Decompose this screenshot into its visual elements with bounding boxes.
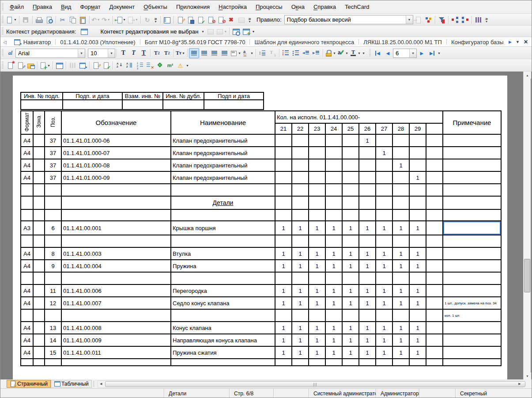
qty-cell[interactable] [426, 247, 443, 260]
zone-cell[interactable] [33, 284, 45, 297]
qty-cell[interactable]: 1 [359, 221, 376, 235]
pos-cell[interactable]: 37 [45, 147, 61, 159]
chevron-down-icon[interactable]: ▾ [108, 49, 115, 57]
tab-Навигатор[interactable]: Навигатор [9, 38, 55, 45]
designation-cell[interactable]: 01.1.41.00.006 [61, 284, 171, 297]
menu-item-Формат[interactable]: Формат [75, 0, 105, 14]
qty-cell[interactable]: 1 [359, 346, 376, 359]
qty-cell[interactable] [392, 196, 409, 209]
inventory-cell[interactable] [122, 100, 163, 110]
chevron-down-icon[interactable]: ▾ [78, 49, 85, 57]
pos-cell[interactable]: 9 [45, 260, 61, 272]
qty-cell[interactable] [359, 184, 376, 196]
qty-cell[interactable] [392, 184, 409, 196]
bold-button[interactable]: T [118, 48, 128, 58]
qty-cell[interactable]: 1 [392, 247, 409, 260]
designation-cell[interactable]: 01.1.41.01.000-09 [61, 171, 171, 184]
qty-cell[interactable]: 1 [392, 297, 409, 309]
menu-item-Файл[interactable]: Файл [5, 0, 28, 14]
new-document-button[interactable]: ▾ [5, 15, 18, 25]
qty-cell[interactable] [342, 171, 359, 184]
last-page-button[interactable]: ▶ [427, 48, 437, 58]
numbered-list-button[interactable] [281, 48, 291, 58]
toolbar-overflow-button[interactable]: »▾ [246, 17, 253, 23]
qty-cell[interactable]: 1 [359, 260, 376, 272]
open-in-window-button[interactable] [78, 61, 88, 71]
qty-cell[interactable]: 1 [376, 221, 392, 235]
pos-cell[interactable] [45, 235, 61, 247]
qty-cell[interactable] [426, 359, 443, 366]
designation-cell[interactable]: 01.1.41.00.008 [61, 322, 171, 334]
toolbar-overflow-button[interactable]: »▾ [152, 17, 159, 23]
qty-cell[interactable] [392, 235, 409, 247]
qty-cell[interactable] [359, 171, 376, 184]
tab-scroll-right-icon[interactable]: ▶ [509, 40, 512, 44]
pos-cell[interactable] [45, 209, 61, 221]
page-number-select[interactable]: 6 ▾ [393, 49, 417, 58]
chevron-down-icon[interactable]: ▾ [409, 49, 416, 57]
qty-cell[interactable] [292, 159, 309, 171]
qty-cell[interactable]: 1 [309, 260, 325, 272]
qty-cell[interactable] [309, 209, 325, 221]
qty-cell[interactable]: 1 [376, 260, 392, 272]
qty-cell[interactable]: 1 [376, 334, 392, 346]
qty-cell[interactable]: 1 [409, 346, 426, 359]
name-cell[interactable]: Клапан предохранительный [171, 147, 275, 159]
edit-row-button[interactable] [91, 61, 101, 71]
qty-cell[interactable] [426, 134, 443, 147]
qty-cell[interactable] [409, 359, 426, 366]
qty-cell[interactable]: 1 [275, 221, 292, 235]
format-cell[interactable] [21, 359, 33, 366]
note-cell[interactable] [443, 184, 501, 196]
qty-cell[interactable] [292, 134, 309, 147]
qty-cell[interactable]: 1 [359, 134, 376, 147]
tab-Болт М10-8g*35.56.019 ГОСТ 7798-70[interactable]: Болт М10-8g*35.56.019 ГОСТ 7798-70 [140, 39, 250, 45]
zone-cell[interactable] [33, 235, 45, 247]
designation-cell[interactable]: 01.1.41.00.009 [61, 334, 171, 346]
tab-01.1.41.02.003 (Уплотнение)[interactable]: 01.1.41.02.003 (Уплотнение) [56, 39, 140, 45]
cut-button[interactable]: ✂ [57, 15, 68, 25]
zone-cell[interactable] [33, 221, 45, 235]
designation-cell[interactable] [61, 235, 171, 247]
menu-item-Объекты[interactable]: Объекты [139, 0, 172, 14]
tab-Конфигуратор базы данных[interactable]: Конфигуратор базы данных [447, 39, 505, 45]
qty-cell[interactable] [426, 147, 443, 159]
zone-cell[interactable] [33, 209, 45, 221]
designation-cell[interactable] [61, 196, 171, 209]
designation-cell[interactable] [61, 272, 171, 284]
qty-cell[interactable] [292, 209, 309, 221]
qty-cell[interactable] [392, 309, 409, 322]
qty-cell[interactable] [392, 272, 409, 284]
decrease-indent-button[interactable] [301, 48, 311, 58]
qty-cell[interactable]: 1 [309, 322, 325, 334]
menu-item-Окна[interactable]: Окна [287, 0, 309, 14]
approve-document-button[interactable] [196, 15, 206, 25]
pos-cell[interactable] [45, 196, 61, 209]
qty-cell[interactable] [426, 272, 443, 284]
note-cell[interactable] [443, 159, 501, 171]
vertical-scrollbar[interactable]: ▲ ▼ [523, 72, 531, 379]
qty-cell[interactable] [325, 196, 342, 209]
qty-cell[interactable] [275, 235, 292, 247]
save-version-button[interactable] [185, 15, 196, 25]
qty-cell[interactable]: 1 [325, 221, 342, 235]
qty-cell[interactable] [409, 196, 426, 209]
qty-cell[interactable] [275, 272, 292, 284]
qty-cell[interactable] [309, 184, 325, 196]
inventory-cell[interactable] [163, 100, 204, 110]
designation-cell[interactable] [61, 359, 171, 366]
view-tab-page[interactable]: Страничный [7, 380, 51, 388]
qty-cell[interactable]: 1 [342, 247, 359, 260]
qty-cell[interactable] [376, 209, 392, 221]
qty-cell[interactable] [426, 309, 443, 322]
zone-cell[interactable] [33, 309, 45, 322]
qty-cell[interactable] [359, 309, 376, 322]
qty-cell[interactable] [409, 147, 426, 159]
qty-cell[interactable] [309, 147, 325, 159]
designation-cell[interactable]: 01.1.41.00.003 [61, 247, 171, 260]
qty-cell[interactable]: 1 [409, 334, 426, 346]
qty-cell[interactable]: 1 [325, 322, 342, 334]
qty-cell[interactable] [342, 159, 359, 171]
confirm-row-button[interactable] [101, 61, 111, 71]
toolbar-grip[interactable] [2, 16, 4, 24]
